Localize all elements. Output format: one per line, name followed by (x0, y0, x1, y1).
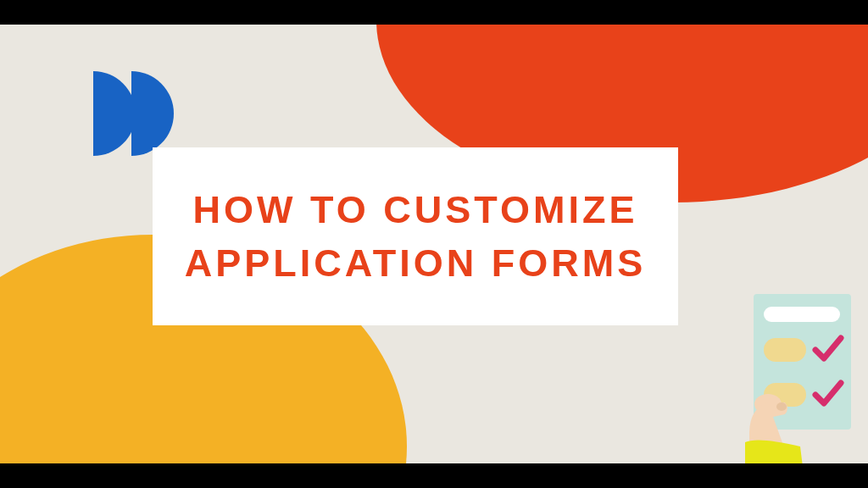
hand-holding-checklist-icon (707, 277, 860, 463)
slide-title: HOW TO CUSTOMIZE APPLICATION FORMS (185, 183, 647, 290)
logo-icon (89, 71, 174, 156)
title-line-2: APPLICATION FORMS (185, 241, 647, 285)
title-line-1: HOW TO CUSTOMIZE (193, 188, 638, 231)
title-card: HOW TO CUSTOMIZE APPLICATION FORMS (153, 147, 678, 325)
svg-rect-2 (764, 338, 806, 362)
svg-rect-1 (764, 307, 840, 322)
slide-stage: HOW TO CUSTOMIZE APPLICATION FORMS (0, 25, 868, 463)
svg-point-5 (776, 402, 787, 411)
